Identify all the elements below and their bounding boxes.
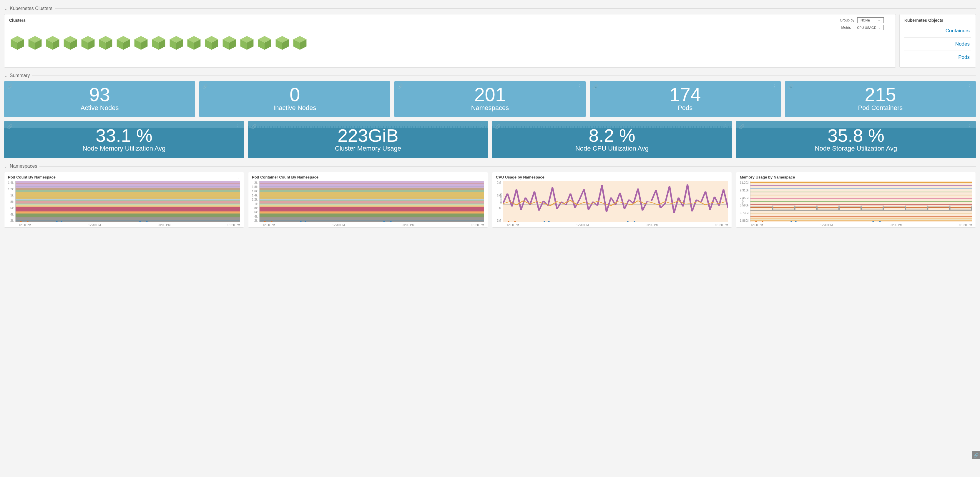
chart-menu[interactable]: ⋮ xyxy=(479,175,485,179)
collapse-toggle-summary[interactable]: ⌄ xyxy=(4,73,7,78)
section-header-summary: ⌄ Summary xyxy=(4,73,976,78)
stat-card: 🔗 ⋮ 8.2 % Node CPU Utilization Avg xyxy=(492,121,732,158)
cluster-cube[interactable] xyxy=(168,35,185,51)
cluster-cube[interactable] xyxy=(97,35,114,51)
stat-label: Node Storage Utilization Avg xyxy=(736,145,976,152)
stat-label: Node CPU Utilization Avg xyxy=(492,145,732,152)
cluster-cube[interactable] xyxy=(45,35,61,51)
card-menu[interactable]: ⋮ xyxy=(967,84,972,88)
chart-menu[interactable]: ⋮ xyxy=(723,175,729,179)
chart-plot-area[interactable] xyxy=(503,181,728,222)
stat-card: 🔗 ⋮ 201 Namespaces xyxy=(395,81,585,117)
chart-memory-usage: Memory Usage by Namespace ⋮ 11.2Gi9.31Gi… xyxy=(736,172,976,228)
card-menu[interactable]: ⋮ xyxy=(235,124,240,128)
kubernetes-objects-panel: Kubernetes Objects ⋮ ContainersNodesPods xyxy=(899,14,976,68)
stat-card: 🔗 ⋮ 35.8 % Node Storage Utilization Avg xyxy=(736,121,976,158)
chart-menu[interactable]: ⋮ xyxy=(967,175,973,179)
link-icon[interactable]: 🔗 xyxy=(202,84,208,89)
cluster-cube[interactable] xyxy=(292,35,308,51)
clusters-panel-menu[interactable]: ⋮ xyxy=(887,17,892,21)
stat-value: 0 xyxy=(199,85,390,104)
chart-title: Pod Count By Namespace xyxy=(8,175,240,179)
stat-label: Inactive Nodes xyxy=(199,104,390,112)
collapse-toggle-namespaces[interactable]: ⌄ xyxy=(4,164,7,168)
section-title: Namespaces xyxy=(10,163,37,169)
cluster-cube[interactable] xyxy=(133,35,149,51)
stat-value: 33.1 % xyxy=(4,127,244,145)
stat-label: Pod Containers xyxy=(785,104,976,112)
chart-plot-area[interactable] xyxy=(259,181,484,222)
cluster-cube[interactable] xyxy=(9,35,25,51)
stat-card: 🔗 ⋮ 223GiB Cluster Memory Usage xyxy=(248,121,488,158)
cluster-cube[interactable] xyxy=(274,35,291,51)
card-menu[interactable]: ⋮ xyxy=(479,124,484,128)
group-by-label: Group by xyxy=(840,18,854,22)
object-link-containers[interactable]: Containers xyxy=(904,25,971,37)
chart-cpu-usage: CPU Usage by Namespace ⋮ 2M1M0-1M Millic… xyxy=(492,172,732,228)
clusters-panel: Clusters Group by NONE⌄ Metric CPU USAGE… xyxy=(4,14,896,68)
cluster-cube[interactable] xyxy=(239,35,255,51)
stat-label: Namespaces xyxy=(395,104,585,112)
chart-pod-container-count: Pod Container Count By Namespace ⋮ 2k1.8… xyxy=(248,172,488,228)
stat-value: 174 xyxy=(590,85,781,104)
card-menu[interactable]: ⋮ xyxy=(382,84,387,88)
stat-value: 93 xyxy=(4,85,195,104)
section-header-clusters: ⌄ Kubernetes Clusters xyxy=(4,6,976,11)
stat-card: 🔗 ⋮ 33.1 % Node Memory Utilization Avg xyxy=(4,121,244,158)
collapse-toggle-clusters[interactable]: ⌄ xyxy=(4,6,7,11)
chart-pod-count: Pod Count By Namespace ⋮ 1.4k1.2k1k.8k.6… xyxy=(4,172,244,228)
link-icon[interactable]: 🔗 xyxy=(397,84,403,89)
stat-value: 8.2 % xyxy=(492,127,732,145)
chevron-down-icon: ⌄ xyxy=(878,18,881,22)
stat-label: Node Memory Utilization Avg xyxy=(4,145,244,152)
card-menu[interactable]: ⋮ xyxy=(186,84,192,88)
stat-card: 🔗 ⋮ 215 Pod Containers xyxy=(785,81,976,117)
card-menu[interactable]: ⋮ xyxy=(772,84,777,88)
cluster-cube[interactable] xyxy=(62,35,79,51)
card-menu[interactable]: ⋮ xyxy=(577,84,582,88)
cluster-cube[interactable] xyxy=(115,35,132,51)
kubernetes-objects-title: Kubernetes Objects xyxy=(904,18,971,23)
link-icon[interactable]: 🔗 xyxy=(251,124,257,129)
chart-title: Memory Usage by Namespace xyxy=(740,175,972,179)
group-by-select[interactable]: NONE⌄ xyxy=(857,17,884,23)
stat-value: 35.8 % xyxy=(736,127,976,145)
clusters-panel-title: Clusters xyxy=(9,18,891,23)
cluster-cube[interactable] xyxy=(186,35,202,51)
cluster-cube[interactable] xyxy=(256,35,273,51)
stat-card: 🔗 ⋮ 93 Active Nodes xyxy=(4,81,195,117)
chart-plot-area[interactable] xyxy=(750,181,972,222)
card-menu[interactable]: ⋮ xyxy=(967,124,972,128)
object-link-pods[interactable]: Pods xyxy=(904,51,971,64)
cluster-cube[interactable] xyxy=(80,35,96,51)
section-header-namespaces: ⌄ Namespaces xyxy=(4,163,976,169)
metric-label: Metric xyxy=(842,25,851,30)
objects-panel-menu[interactable]: ⋮ xyxy=(967,17,973,21)
chart-menu[interactable]: ⋮ xyxy=(235,175,241,179)
chevron-down-icon: ⌄ xyxy=(878,25,881,29)
stat-value: 223GiB xyxy=(248,127,488,145)
chart-plot-area[interactable] xyxy=(15,181,240,222)
cluster-cube[interactable] xyxy=(150,35,167,51)
cluster-cube[interactable] xyxy=(204,35,220,51)
stat-label: Pods xyxy=(590,104,781,112)
link-icon[interactable]: 🔗 xyxy=(7,124,13,129)
card-menu[interactable]: ⋮ xyxy=(723,124,729,128)
link-icon[interactable]: 🔗 xyxy=(593,84,598,89)
object-link-nodes[interactable]: Nodes xyxy=(904,37,971,51)
chart-title: CPU Usage by Namespace xyxy=(496,175,728,179)
cluster-cube[interactable] xyxy=(27,35,43,51)
link-icon[interactable]: 🔗 xyxy=(495,124,501,129)
section-title: Summary xyxy=(10,73,30,78)
stat-value: 201 xyxy=(395,85,585,104)
link-icon[interactable]: 🔗 xyxy=(788,84,794,89)
cluster-cube[interactable] xyxy=(221,35,237,51)
metric-select[interactable]: CPU USAGE⌄ xyxy=(854,25,884,30)
link-icon[interactable]: 🔗 xyxy=(7,84,13,89)
chart-title: Pod Container Count By Namespace xyxy=(252,175,484,179)
stat-card: 🔗 ⋮ 0 Inactive Nodes xyxy=(199,81,390,117)
link-icon[interactable]: 🔗 xyxy=(739,124,745,129)
stat-label: Cluster Memory Usage xyxy=(248,145,488,152)
section-title: Kubernetes Clusters xyxy=(10,6,52,11)
stat-label: Active Nodes xyxy=(4,104,195,112)
